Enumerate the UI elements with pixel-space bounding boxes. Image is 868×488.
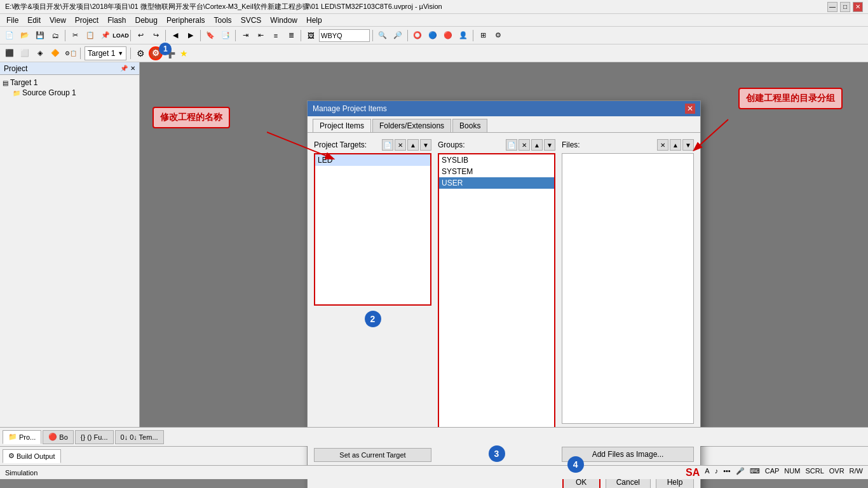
menu-edit[interactable]: Edit bbox=[24, 15, 44, 26]
circle3-btn[interactable]: 🔴 bbox=[441, 29, 455, 43]
tab-project-label: Pro... bbox=[19, 433, 36, 441]
person-btn[interactable]: 👤 bbox=[456, 29, 470, 43]
tab-bo-icon: 🔴 bbox=[48, 433, 57, 441]
dialog-close-btn[interactable]: ✕ bbox=[685, 104, 695, 114]
tb2-btn3[interactable]: ◈ bbox=[33, 46, 47, 60]
menu-project[interactable]: Project bbox=[71, 15, 102, 26]
menu-file[interactable]: File bbox=[3, 15, 22, 26]
target-dropdown[interactable]: Target 1 ▼ bbox=[85, 46, 126, 60]
targets-del-btn[interactable]: ✕ bbox=[395, 139, 406, 151]
outdent-btn[interactable]: ⇤ bbox=[254, 29, 268, 43]
files-del-btn[interactable]: ✕ bbox=[657, 139, 668, 151]
undo-btn[interactable]: ↩ bbox=[133, 29, 147, 43]
paste-btn[interactable]: 📌 bbox=[98, 29, 112, 43]
menu-window[interactable]: Window bbox=[266, 15, 301, 26]
tab-bo[interactable]: 🔴 Bo bbox=[43, 430, 73, 444]
cut-btn[interactable]: ✂ bbox=[68, 29, 82, 43]
status-mic: 🎤 bbox=[736, 467, 745, 478]
dialog-tab-folders[interactable]: Folders/Extensions bbox=[372, 119, 451, 132]
group-system-item[interactable]: SYSTEM bbox=[439, 166, 554, 177]
dialog-tab-books[interactable]: Books bbox=[452, 119, 487, 132]
load-btn[interactable]: LOAD bbox=[114, 29, 128, 43]
open-btn[interactable]: 📂 bbox=[18, 29, 32, 43]
build-output-tab[interactable]: ⚙ Build Output bbox=[3, 449, 61, 463]
menu-debug[interactable]: Debug bbox=[132, 15, 161, 26]
tab-bo-label: Bo bbox=[59, 433, 67, 441]
groups-del-btn[interactable]: ✕ bbox=[519, 139, 530, 151]
groups-add-btn[interactable]: 📄 bbox=[506, 139, 517, 151]
menu-help[interactable]: Help bbox=[302, 15, 326, 26]
indent-btn[interactable]: ⇥ bbox=[238, 29, 252, 43]
project-panel-title: Project bbox=[4, 64, 27, 73]
tab-templates[interactable]: 0↓ 0↓ Tem... bbox=[115, 430, 164, 444]
circle1-btn[interactable]: ⭕ bbox=[410, 29, 424, 43]
sep10 bbox=[80, 48, 81, 59]
callout-rename: 修改工程的名称 bbox=[153, 107, 230, 128]
tb2-btn5[interactable]: ⚙📋 bbox=[64, 46, 78, 60]
targets-up-btn[interactable]: ▲ bbox=[407, 139, 419, 151]
status-a: A bbox=[705, 467, 709, 478]
status-bar: Simulation SA A ♪ ••• 🎤 ⌨ CAP NUM SCRL O… bbox=[0, 465, 868, 479]
tb2-btn1[interactable]: ⬛ bbox=[3, 46, 17, 60]
manage-project-btn[interactable]: ⚙ 1 bbox=[149, 46, 163, 60]
tab-project[interactable]: 📁 Pro... bbox=[3, 430, 41, 444]
project-panel-header: Project 📌 ✕ bbox=[0, 62, 139, 75]
content-area: 修改工程的名称 创建工程里的目录分组 bbox=[140, 62, 868, 427]
new-file-btn[interactable]: 📄 bbox=[3, 29, 17, 43]
tab-folders-label: Folders/Extensions bbox=[379, 121, 444, 130]
tb2-btn2[interactable]: ⬜ bbox=[18, 46, 32, 60]
project-panel: Project 📌 ✕ ▤ Target 1 📁 Source Group 1 bbox=[0, 62, 140, 427]
find-btn[interactable]: 🔍 bbox=[376, 29, 390, 43]
settings-btn[interactable]: ⚙ bbox=[491, 29, 505, 43]
tab-functions[interactable]: {} () Fu... bbox=[75, 430, 114, 444]
groups-dn-btn[interactable]: ▼ bbox=[544, 139, 555, 151]
save-btn[interactable]: 💾 bbox=[33, 29, 47, 43]
zoom-btn[interactable]: 🔎 bbox=[391, 29, 405, 43]
panel-close-btn[interactable]: ✕ bbox=[130, 65, 135, 72]
star-btn[interactable]: ★ bbox=[177, 46, 191, 60]
maximize-button[interactable]: □ bbox=[840, 2, 850, 12]
nav-back-btn[interactable]: ◀ bbox=[168, 29, 182, 43]
set-current-target-btn[interactable]: Set as Current Target bbox=[314, 448, 431, 462]
bookmark-btn[interactable]: 🔖 bbox=[203, 29, 217, 43]
save-all-btn[interactable]: 🗂 bbox=[48, 29, 62, 43]
search-input[interactable] bbox=[319, 29, 370, 42]
groups-up-btn[interactable]: ▲ bbox=[531, 139, 543, 151]
tb2-btn4[interactable]: 🔶 bbox=[48, 46, 62, 60]
callout1-arrow bbox=[267, 126, 343, 164]
menu-peripherals[interactable]: Peripherals bbox=[163, 15, 209, 26]
minimize-button[interactable]: — bbox=[827, 2, 837, 12]
targets-dn-btn[interactable]: ▼ bbox=[420, 139, 431, 151]
include-btn[interactable]: 🖼 bbox=[304, 29, 318, 43]
bookmarks-btn[interactable]: 📑 bbox=[219, 29, 233, 43]
tree-root[interactable]: ▤ Target 1 bbox=[3, 78, 137, 88]
targets-add-btn[interactable]: 📄 bbox=[382, 139, 393, 151]
menu-flash[interactable]: Flash bbox=[104, 15, 130, 26]
group-user-item[interactable]: USER bbox=[439, 177, 554, 189]
format-btn[interactable]: ≡ bbox=[269, 29, 283, 43]
files-up-btn[interactable]: ▲ bbox=[670, 139, 681, 151]
tree-source-group[interactable]: 📁 Source Group 1 bbox=[3, 88, 137, 98]
build-output-icon: ⚙ bbox=[8, 452, 15, 460]
close-button[interactable]: ✕ bbox=[853, 2, 863, 12]
settings2-btn[interactable]: ⚙ bbox=[133, 46, 147, 60]
status-rw: R/W bbox=[850, 467, 863, 478]
group-user-label: USER bbox=[442, 179, 463, 187]
panel-pin-btn[interactable]: 📌 bbox=[120, 65, 128, 72]
format2-btn[interactable]: ≣ bbox=[284, 29, 298, 43]
menu-view[interactable]: View bbox=[46, 15, 70, 26]
nav-fwd-btn[interactable]: ▶ bbox=[184, 29, 198, 43]
tab-books-label: Books bbox=[459, 121, 480, 130]
tab-templates-label: 0↓ Tem... bbox=[130, 433, 158, 441]
status-simulation: Simulation bbox=[5, 469, 37, 477]
grid-btn[interactable]: ⊞ bbox=[476, 29, 490, 43]
badge2-area: 2 bbox=[314, 311, 431, 327]
circle2-btn[interactable]: 🔵 bbox=[426, 29, 440, 43]
group-syslib-item[interactable]: SYSLIB bbox=[439, 154, 554, 166]
sep4 bbox=[200, 30, 201, 41]
redo-btn[interactable]: ↪ bbox=[149, 29, 163, 43]
sep11 bbox=[130, 48, 131, 59]
menu-tools[interactable]: Tools bbox=[210, 15, 236, 26]
copy-btn[interactable]: 📋 bbox=[83, 29, 97, 43]
menu-svcs[interactable]: SVCS bbox=[237, 15, 266, 26]
